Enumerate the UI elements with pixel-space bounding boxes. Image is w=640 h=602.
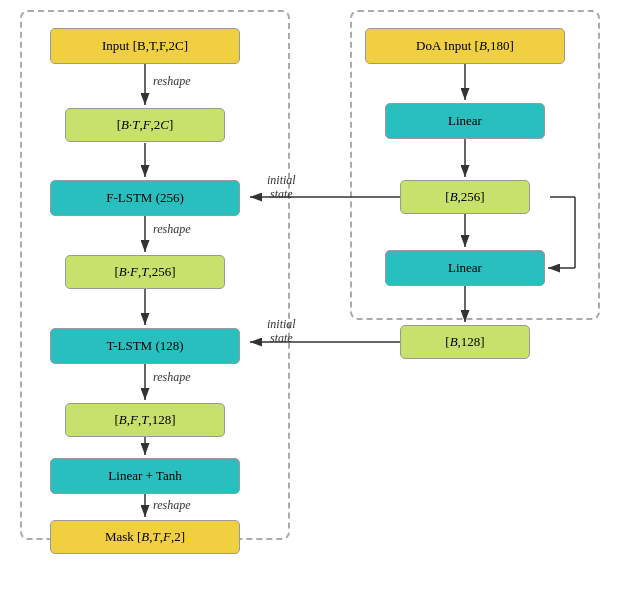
bFT256-node: [B·F,T,256]: [65, 255, 225, 289]
initial-state-label-1: initialstate: [267, 173, 296, 202]
mask-node: Mask [B,T,F,2]: [50, 520, 240, 554]
bFT128-node: [B,F,T,128]: [65, 403, 225, 437]
initial-state-label-2: initialstate: [267, 317, 296, 346]
reshape-label-3: reshape: [153, 370, 191, 385]
doa-input-node: DoA Input [B,180]: [365, 28, 565, 64]
linear1-node: Linear: [385, 103, 545, 139]
linear-tanh-node: Linear + Tanh: [50, 458, 240, 494]
linear2-node: Linear: [385, 250, 545, 286]
tlstm-node: T-LSTM (128): [50, 328, 240, 364]
b256-node: [B,256]: [400, 180, 530, 214]
reshape-label-1: reshape: [153, 74, 191, 89]
b128-node: [B,128]: [400, 325, 530, 359]
reshape-label-2: reshape: [153, 222, 191, 237]
flstm-node: F-LSTM (256): [50, 180, 240, 216]
diagram: Input [B,T,F,2C] [B·T,F,2C] F-LSTM (256)…: [10, 10, 630, 570]
bTF2C-node: [B·T,F,2C]: [65, 108, 225, 142]
input-node: Input [B,T,F,2C]: [50, 28, 240, 64]
reshape-label-4: reshape: [153, 498, 191, 513]
